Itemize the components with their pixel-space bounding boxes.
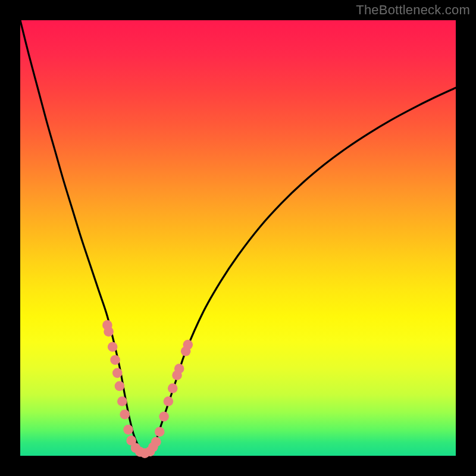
data-dot: [117, 396, 127, 406]
data-dot: [104, 327, 114, 337]
data-dot: [183, 340, 193, 350]
data-dot: [159, 412, 169, 422]
data-dot: [174, 364, 184, 374]
data-dot: [155, 427, 165, 437]
data-dot: [110, 355, 120, 365]
data-dot: [112, 368, 123, 378]
bottleneck-curve: [20, 20, 456, 453]
data-dot: [115, 381, 125, 392]
chart-svg: [20, 20, 456, 456]
data-dot: [123, 425, 133, 435]
chart-frame: TheBottleneck.com: [0, 0, 476, 476]
data-dot: [164, 396, 174, 406]
data-dots: [102, 320, 193, 458]
data-dot: [151, 437, 161, 447]
data-dot: [108, 342, 118, 352]
data-dot: [168, 383, 178, 393]
watermark-text: TheBottleneck.com: [356, 2, 470, 18]
plot-area: [20, 20, 456, 456]
data-dot: [120, 409, 130, 419]
